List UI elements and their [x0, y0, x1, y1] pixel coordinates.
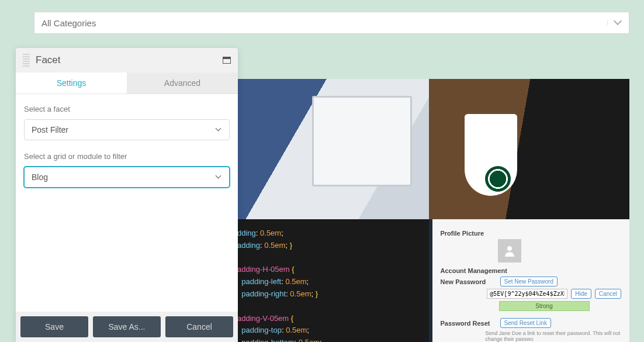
set-new-password-button[interactable]: Set New Password	[500, 277, 558, 286]
reset-hint-text: Send Jane Doe a link to reset their pass…	[485, 330, 621, 342]
hide-button[interactable]: Hide	[571, 289, 591, 299]
svg-point-0	[507, 246, 512, 251]
grid-image[interactable]	[228, 79, 429, 219]
category-dropdown[interactable]: All Categories	[34, 12, 629, 34]
grid-image[interactable]	[429, 79, 630, 219]
category-dropdown-label: All Categories	[41, 18, 96, 28]
grid-module-select-value: Blog	[32, 172, 48, 182]
drag-handle-icon[interactable]	[23, 54, 30, 67]
profile-picture-label: Profile Picture	[441, 230, 622, 237]
avatar	[498, 239, 521, 262]
panel-title: Facet	[36, 54, 217, 66]
panel-tabs: Settings Advanced	[16, 72, 238, 94]
cancel-button[interactable]: Cancel	[595, 289, 621, 299]
facet-panel: Facet Settings Advanced Select a facet P…	[16, 48, 238, 342]
window-icon[interactable]	[223, 57, 231, 64]
facet-select[interactable]: Post Filter	[24, 119, 230, 140]
cancel-button[interactable]: Cancel	[165, 316, 233, 337]
password-input[interactable]	[487, 289, 567, 299]
chevron-down-icon	[216, 128, 222, 132]
send-reset-link-button[interactable]: Send Reset Link	[500, 318, 551, 328]
account-management-heading: Account Management	[441, 267, 622, 274]
tab-advanced[interactable]: Advanced	[127, 72, 238, 94]
panel-footer: Save Save As... Cancel	[16, 312, 238, 342]
grid-image[interactable]: dding: 0.5em; adding: 0.5em; } adding-H-…	[228, 219, 429, 342]
select-grid-label: Select a grid or module to filter	[24, 152, 230, 161]
panel-header[interactable]: Facet	[16, 48, 238, 72]
grid-image[interactable]: Profile Picture Account Management New P…	[429, 219, 630, 342]
save-as-button[interactable]: Save As...	[93, 316, 161, 337]
new-password-label: New Password	[441, 278, 497, 285]
save-button[interactable]: Save	[20, 316, 88, 337]
select-facet-label: Select a facet	[24, 105, 230, 113]
content-grid: dding: 0.5em; adding: 0.5em; } adding-H-…	[228, 79, 629, 342]
password-strength-indicator: Strong	[499, 301, 590, 311]
facet-select-value: Post Filter	[32, 125, 68, 134]
tab-settings[interactable]: Settings	[16, 72, 127, 94]
panel-body: Select a facet Post Filter Select a grid…	[16, 94, 238, 312]
chevron-down-icon	[216, 175, 222, 179]
grid-module-select[interactable]: Blog	[24, 167, 230, 188]
password-reset-label: Password Reset	[441, 320, 497, 327]
chevron-down-icon	[607, 20, 622, 25]
